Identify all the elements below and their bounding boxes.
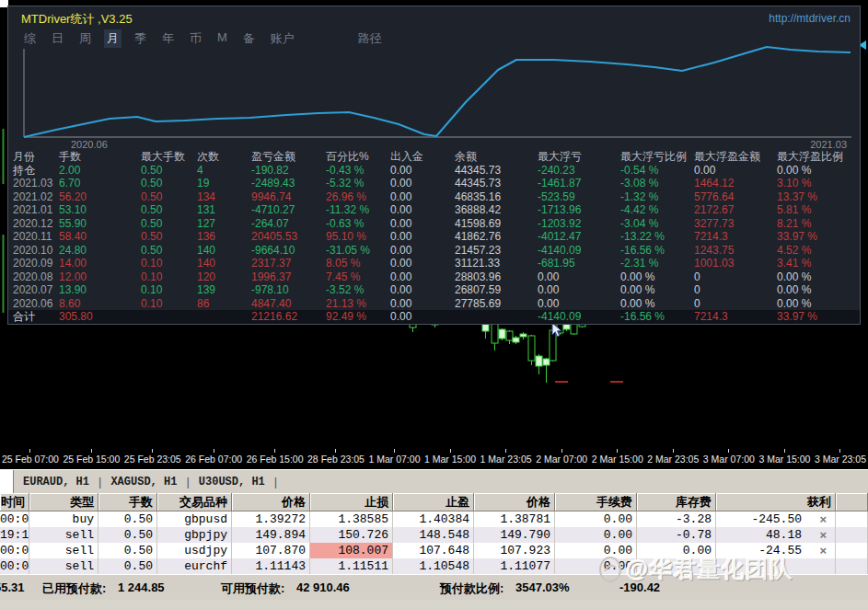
timeline-label-text: 1 Mar 23:05 <box>480 454 532 465</box>
stats-row-3: 2021.0153.100.50131-4710.27-11.32 %0.003… <box>8 203 860 217</box>
timeline-label-9: 2 Mar 07:00 <box>536 448 587 469</box>
timeline-tick <box>29 449 30 453</box>
order-cell: 1.38781 <box>474 511 555 527</box>
stats-cell: 0.50 <box>141 190 197 204</box>
order-cell: 1.10548 <box>393 558 474 574</box>
orders-col-header-4[interactable]: 价格 <box>232 493 310 511</box>
chart-tab-bar: EURAUD, H1|XAGUSD, H1|U30USD, H1| <box>0 469 868 493</box>
stats-cell: -3.52 % <box>326 283 390 297</box>
stats-cell: -16.56 % <box>620 310 694 324</box>
timeline-label-text: 3 Mar 23:05 <box>815 454 866 465</box>
order-cell: 0.00 <box>637 543 716 558</box>
timeline-label-text: 3 Mar 07:00 <box>703 454 755 465</box>
orders-col-header-0[interactable]: 时间 <box>0 493 29 511</box>
chart-tab-u30usd[interactable]: U30USD, H1 <box>190 476 274 488</box>
order-cell: 00:02 <box>0 543 29 558</box>
stats-cell: 140 <box>197 244 251 258</box>
close-position-icon[interactable]: × <box>819 511 827 527</box>
order-row-2[interactable]: 00:02sell0.50usdjpy107.870108.007107.648… <box>0 543 868 558</box>
order-cell: 148.548 <box>393 527 474 543</box>
stats-cell: 2.00 <box>59 164 141 178</box>
stats-cell: 0.00 <box>390 283 455 297</box>
order-cell: sell <box>29 543 98 558</box>
stats-cell: 4 <box>197 164 251 178</box>
stats-cell: 0.00 <box>538 270 620 284</box>
tab-separator: | <box>274 475 277 488</box>
timeline-tick <box>784 449 785 453</box>
stats-cell: -11.32 % <box>326 203 390 217</box>
stats-cell: 5776.64 <box>694 190 777 204</box>
orders-col-header-7[interactable]: 价格 <box>474 493 555 511</box>
stats-cell: 7214.3 <box>694 310 777 324</box>
stats-cell: 2172.67 <box>694 203 777 217</box>
order-cell: 0.00 <box>555 527 637 543</box>
stats-cell: 持仓 <box>13 164 59 178</box>
stats-cell: 26807.59 <box>455 283 538 297</box>
timeline-label-1: 25 Feb 15:00 <box>63 448 120 469</box>
stats-cell: 21.13 % <box>326 297 390 311</box>
timeline-label-3: 26 Feb 07:00 <box>185 448 242 469</box>
timeline-label-6: 1 Mar 07:00 <box>368 448 420 469</box>
stats-cell: 31121.33 <box>455 257 538 270</box>
timeline-label-text: 26 Feb 07:00 <box>185 454 242 465</box>
stats-cell: 0.00 <box>390 244 455 258</box>
mtdriver-stats-panel: MTDriver统计 ,V3.25 http://mtdriver.cn 综日周… <box>7 6 861 325</box>
stats-cell: 33.97 % <box>777 230 860 244</box>
stats-cell: -31.05 % <box>326 244 390 258</box>
stats-cell: 2020.06 <box>13 297 59 311</box>
stats-cell: 0.00 % <box>620 270 694 284</box>
chart-tab-xagusd[interactable]: XAGUSD, H1 <box>101 476 186 488</box>
stats-cell: 7.45 % <box>326 270 390 284</box>
stats-cell: 0.00 % <box>620 283 694 297</box>
stats-row-0: 持仓2.000.504-190.82-0.43 %0.0044345.73-24… <box>8 164 860 178</box>
close-position-icon[interactable]: × <box>819 543 827 558</box>
orders-col-header-2[interactable]: 手数 <box>98 493 157 511</box>
order-cell: 107.870 <box>232 543 310 558</box>
order-cell: 1.11077 <box>474 558 555 574</box>
order-cell-spacer <box>836 543 868 558</box>
order-row-3[interactable]: 00:07sell0.50eurchf1.111431.115111.10548… <box>0 558 868 574</box>
orders-col-header-3[interactable]: 交易品种 <box>157 493 232 511</box>
timeline-label-5: 28 Feb 23:05 <box>307 448 365 469</box>
stats-cell: 0.00 <box>390 190 455 204</box>
stats-row-8: 2020.0812.000.101201996.377.45 %0.002880… <box>8 270 860 284</box>
stats-cell: 95.10 % <box>326 230 390 244</box>
stats-cell: -1713.96 <box>538 203 620 217</box>
stats-cell: -0.54 % <box>620 164 694 178</box>
stats-cell: 140 <box>197 257 251 270</box>
close-position-icon[interactable]: × <box>819 527 827 543</box>
chart-tab-euraud[interactable]: EURAUD, H1 <box>14 476 98 488</box>
timeline-label-text: 1 Mar 15:00 <box>424 454 476 465</box>
order-cell: 149.894 <box>232 527 310 543</box>
stats-cell: 0.50 <box>141 230 197 244</box>
timeline-axis[interactable]: 25 Feb 07:0025 Feb 15:0025 Feb 23:0526 F… <box>0 448 868 469</box>
timeline-label-text: 25 Feb 23:05 <box>124 454 181 465</box>
stats-cell: -3.08 % <box>620 177 694 190</box>
order-row-0[interactable]: 00:07buy0.50gbpusd1.392721.385851.403841… <box>0 511 868 527</box>
orders-col-header-8[interactable]: 手续费 <box>555 493 637 511</box>
used-margin-label: 已用预付款: <box>42 580 106 597</box>
order-row-1[interactable]: 19:11sell0.50gbpjpy149.894150.726148.548… <box>0 527 868 543</box>
orders-col-header-10[interactable]: 获利 <box>716 493 836 511</box>
timeline-tick <box>394 449 395 453</box>
orders-col-header-9[interactable]: 库存费 <box>637 493 716 511</box>
order-cell: -245.50× <box>716 511 836 527</box>
timeline-label-14: 3 Mar 23:05 <box>815 448 866 469</box>
order-cell: 1.40384 <box>393 511 474 527</box>
stats-cell: 0.10 <box>141 257 197 270</box>
orders-col-header-1[interactable]: 类型 <box>29 493 98 511</box>
stats-cell: 4.52 % <box>777 244 860 258</box>
stats-cell: 2020.09 <box>13 257 59 270</box>
stats-header-row: 月份手数最大手数次数盈亏金额百分比%出入金余额最大浮亏最大浮亏比例最大浮盈金额最… <box>8 150 860 164</box>
order-cell: 1.11143 <box>232 558 310 574</box>
stats-row-6: 2020.1024.800.50140-9664.10-31.05 %0.002… <box>8 244 860 258</box>
timeline-label-text: 2 Mar 23:05 <box>647 454 699 465</box>
stats-cell: 3.10 % <box>777 177 860 190</box>
timeline-tick <box>617 449 618 453</box>
stats-cell: 5.81 % <box>777 203 860 217</box>
orders-col-header-6[interactable]: 止盈 <box>393 493 474 511</box>
stats-row-10: 2020.068.600.10864847.4021.13 %0.0027785… <box>8 297 860 311</box>
stats-cell: 2020.08 <box>13 270 59 284</box>
stats-cell: -240.23 <box>538 164 620 178</box>
orders-col-header-5[interactable]: 止损 <box>310 493 393 511</box>
